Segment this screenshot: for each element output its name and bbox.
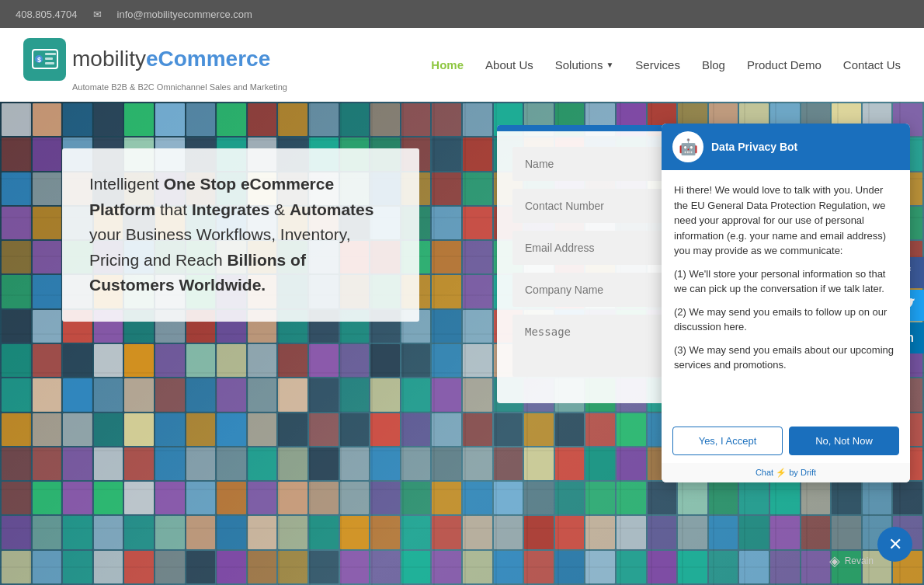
svg-rect-4	[45, 57, 53, 60]
logo: $ mobilityeCommerce	[23, 38, 287, 81]
hero-mid: that	[155, 200, 192, 218]
nav-services[interactable]: Services	[635, 58, 680, 71]
nav-home[interactable]: Home	[431, 58, 464, 71]
hero-intro: Intelligent	[89, 175, 164, 193]
nav-about[interactable]: About Us	[485, 58, 533, 71]
chatbot-avatar: 🤖	[672, 131, 703, 162]
hero-bold2: Integrates	[192, 200, 269, 218]
logo-area: $ mobilityeCommerce Automate B2B & B2C O…	[23, 38, 287, 92]
nav-product-demo[interactable]: Product Demo	[747, 58, 822, 71]
logo-text: mobilityeCommerce	[72, 47, 270, 71]
main-nav: Home About Us Solutions ▼ Services Blog …	[431, 58, 901, 71]
revain-badge: ◈ Revain	[829, 552, 874, 569]
hero-paragraph: Intelligent One Stop eCommerce Platform …	[89, 172, 392, 298]
hero-rest: your Business Workflows, Inventory, Pric…	[89, 225, 351, 269]
email-link[interactable]: info@mobilityecommerce.com	[117, 9, 252, 20]
chatbot-message4: (3) We may send you emails about our upc…	[674, 343, 898, 373]
revain-text: Revain	[845, 555, 874, 566]
svg-rect-3	[45, 53, 56, 55]
chatbot-popup: 🤖 Data Privacy Bot Hi there! We would lo…	[662, 124, 910, 482]
chevron-down-icon: ▼	[606, 61, 613, 69]
top-bar: 408.805.4704 ✉ info@mobilityecommerce.co…	[0, 0, 924, 28]
nav-solutions[interactable]: Solutions ▼	[555, 58, 614, 71]
logo-text2: eCommerce	[146, 47, 270, 71]
email-icon: ✉	[93, 9, 102, 20]
logo-text1: mobility	[72, 47, 146, 71]
hero-and: &	[269, 200, 290, 218]
svg-rect-5	[45, 62, 54, 64]
nav-blog[interactable]: Blog	[702, 58, 725, 71]
svg-text:$: $	[37, 56, 41, 64]
accept-button[interactable]: Yes, I Accept	[672, 427, 783, 455]
drift-credit: Chat ⚡ by Drift	[662, 463, 910, 482]
revain-icon: ◈	[829, 552, 840, 569]
chatbot-message2: (1) We'll store your personal informatio…	[674, 266, 898, 297]
header: $ mobilityeCommerce Automate B2B & B2C O…	[0, 28, 924, 102]
chatbot-header: 🤖 Data Privacy Bot	[662, 124, 910, 170]
hero-text-box: Intelligent One Stop eCommerce Platform …	[62, 148, 419, 322]
decline-button[interactable]: No, Not Now	[789, 427, 899, 455]
chatbot-body[interactable]: Hi there! We would love to talk with you…	[662, 170, 910, 419]
chatbot-message1: Hi there! We would love to talk with you…	[674, 183, 898, 259]
hero-bold3: Automates	[290, 200, 374, 218]
logo-icon: $	[23, 38, 66, 81]
logo-tagline: Automate B2B & B2C Omnichannel Sales and…	[72, 82, 287, 92]
chatbot-message3: (2) We may send you emails to follow up …	[674, 305, 898, 335]
chatbot-name: Data Privacy Bot	[711, 141, 797, 153]
hero-section: Intelligent One Stop eCommerce Platform …	[0, 102, 924, 585]
nav-contact[interactable]: Contact Us	[843, 58, 901, 71]
close-button[interactable]: ✕	[877, 527, 912, 562]
phone-number: 408.805.4704	[16, 9, 78, 20]
